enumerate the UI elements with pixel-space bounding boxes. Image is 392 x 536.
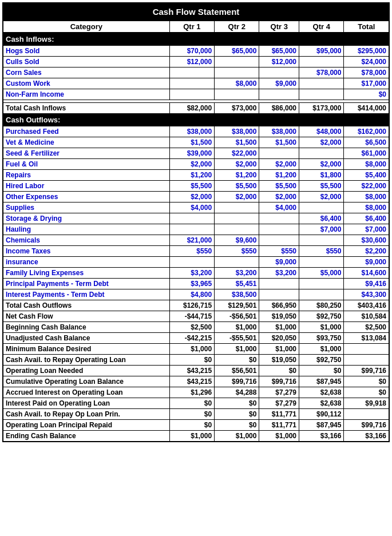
- row-value: $1,296: [169, 387, 214, 398]
- row-value: $8,000: [215, 78, 259, 89]
- row-category: Culls Sold: [3, 57, 169, 68]
- table-row: Fuel & Oil$2,000$2,000$2,000$2,000$8,000: [3, 159, 389, 170]
- row-category: Cumulative Operating Loan Balance: [3, 376, 169, 387]
- row-value: $3,965: [169, 279, 214, 289]
- total-inflows-q2: $73,000: [215, 103, 259, 114]
- row-category: Hauling: [3, 224, 169, 235]
- row-value: $78,000: [299, 68, 344, 78]
- row-category: Principal Payments - Term Debt: [3, 279, 169, 289]
- row-value: $38,500: [215, 289, 259, 300]
- header-qtr4: Qtr 4: [299, 21, 344, 33]
- row-value: $2,500: [344, 322, 389, 333]
- row-value: $1,000: [299, 344, 344, 355]
- row-value: [215, 213, 259, 224]
- row-value: [344, 355, 389, 366]
- row-value: $99,716: [215, 376, 259, 387]
- row-category: Net Cash Flow: [3, 311, 169, 322]
- table-row: Interest Payments - Term Debt$4,800$38,5…: [3, 289, 389, 300]
- row-value: [215, 68, 259, 78]
- table-row: Corn Sales$78,000$78,000: [3, 68, 389, 78]
- table-row: Family Living Expenses$3,200$3,200$3,200…: [3, 268, 389, 279]
- row-value: $550: [299, 246, 344, 257]
- row-category: Interest Paid on Operating Loan: [3, 398, 169, 409]
- row-value: $2,500: [169, 322, 214, 333]
- row-value: $2,000: [299, 137, 344, 148]
- row-value: $162,000: [344, 126, 389, 137]
- row-value: $3,200: [169, 268, 214, 279]
- row-category: Non-Farm Income: [3, 89, 169, 100]
- row-category: Custom Work: [3, 78, 169, 89]
- row-value: $39,000: [169, 148, 214, 159]
- row-value: $2,000: [169, 192, 214, 203]
- total-outflows-q1: $126,715: [169, 300, 214, 311]
- row-value: $2,638: [299, 387, 344, 398]
- row-value: $550: [259, 246, 299, 257]
- row-category: Interest Payments - Term Debt: [3, 289, 169, 300]
- table-title: Cash Flow Statement: [3, 3, 389, 21]
- row-value: $13,084: [344, 333, 389, 344]
- row-value: -$55,501: [215, 333, 259, 344]
- row-value: $550: [215, 246, 259, 257]
- row-value: $65,000: [215, 46, 259, 57]
- row-category: Supplies: [3, 203, 169, 213]
- row-value: $3,200: [259, 268, 299, 279]
- total-inflows-q3: $86,000: [259, 103, 299, 114]
- row-value: [259, 279, 299, 289]
- row-category: Operating Loan Principal Repaid: [3, 420, 169, 431]
- row-value: $10,584: [344, 311, 389, 322]
- row-category: Ending Cash Balance: [3, 431, 169, 442]
- row-value: $6,500: [344, 137, 389, 148]
- header-total: Total: [344, 21, 389, 33]
- row-value: $1,500: [215, 137, 259, 148]
- table-row: Operating Loan Principal Repaid$0$0$11,7…: [3, 420, 389, 431]
- row-value: $1,000: [169, 344, 214, 355]
- total-outflows-total: $403,416: [344, 300, 389, 311]
- row-value: $8,000: [344, 159, 389, 170]
- table-row: Custom Work$8,000$9,000$17,000: [3, 78, 389, 89]
- table-row: Hogs Sold$70,000$65,000$65,000$95,000$29…: [3, 46, 389, 57]
- row-value: $2,638: [299, 398, 344, 409]
- row-value: $1,500: [259, 137, 299, 148]
- table-row: Interest Paid on Operating Loan$0$0$7,27…: [3, 398, 389, 409]
- row-value: -$42,215: [169, 333, 214, 344]
- row-value: $5,000: [299, 268, 344, 279]
- row-value: [169, 68, 214, 78]
- row-category: Fuel & Oil: [3, 159, 169, 170]
- table-row: Vet & Medicine$1,500$1,500$1,500$2,000$6…: [3, 137, 389, 148]
- row-category: Repairs: [3, 170, 169, 181]
- row-value: -$56,501: [215, 311, 259, 322]
- inflows-header-label: Cash Inflows:: [3, 33, 389, 46]
- row-value: $5,400: [344, 170, 389, 181]
- row-value: $87,945: [299, 376, 344, 387]
- row-value: $0: [169, 398, 214, 409]
- row-value: [259, 148, 299, 159]
- row-value: $0: [169, 355, 214, 366]
- table-row: Unadjusted Cash Balance-$42,215-$55,501$…: [3, 333, 389, 344]
- row-value: $92,750: [299, 311, 344, 322]
- table-row: Seed & Fertilizer$39,000$22,000$61,000: [3, 148, 389, 159]
- row-value: $2,000: [259, 192, 299, 203]
- row-value: $0: [215, 355, 259, 366]
- row-value: -$44,715: [169, 311, 214, 322]
- row-category: Accrued Interest on Operating Loan: [3, 387, 169, 398]
- row-value: $48,000: [299, 126, 344, 137]
- table-row: Cumulative Operating Loan Balance$43,215…: [3, 376, 389, 387]
- row-category: Cash Avail. to Repay Op Loan Prin.: [3, 409, 169, 420]
- row-value: $5,500: [215, 181, 259, 192]
- inflows-section-header: Cash Inflows:: [3, 33, 389, 46]
- row-value: $0: [344, 387, 389, 398]
- row-value: $7,279: [259, 387, 299, 398]
- row-value: $12,000: [169, 57, 214, 68]
- row-value: [299, 78, 344, 89]
- row-value: $93,750: [299, 333, 344, 344]
- row-value: $65,000: [259, 46, 299, 57]
- row-value: $78,000: [344, 68, 389, 78]
- row-value: $22,000: [344, 181, 389, 192]
- row-category: Unadjusted Cash Balance: [3, 333, 169, 344]
- row-category: Family Living Expenses: [3, 268, 169, 279]
- row-category: Storage & Drying: [3, 213, 169, 224]
- total-outflows-cat: Total Cash Outflows: [3, 300, 169, 311]
- table-row: Supplies$4,000$4,000$8,000: [3, 203, 389, 213]
- row-value: [299, 89, 344, 100]
- row-value: $14,600: [344, 268, 389, 279]
